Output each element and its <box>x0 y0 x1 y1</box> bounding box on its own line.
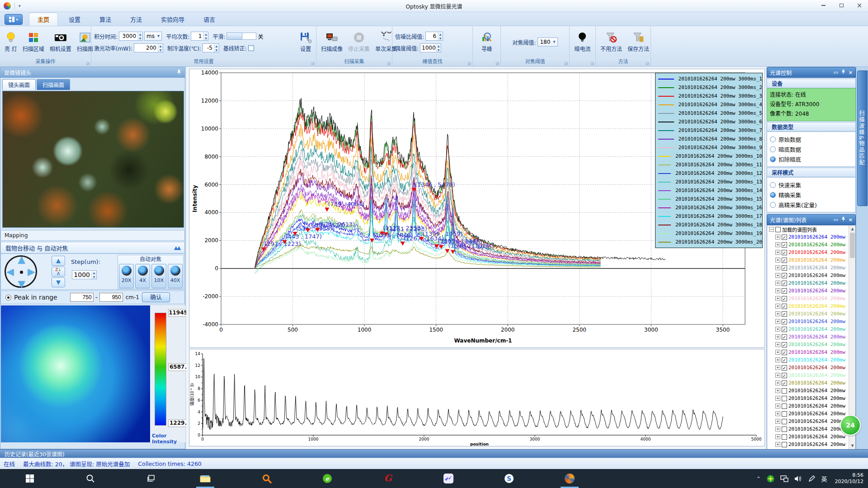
maximize-button[interactable] <box>835 1 847 9</box>
tree-expand-icon[interactable]: + <box>775 258 780 263</box>
tree-item[interactable]: +2010101626264 200mw 3000ms_23 <box>767 402 855 410</box>
tree-expand-icon[interactable]: + <box>775 304 780 309</box>
tree-expand-icon[interactable]: + <box>775 334 780 339</box>
tree-checkbox[interactable] <box>782 427 787 432</box>
scan-area-button[interactable]: 扫描区域 <box>21 31 46 53</box>
tree-checkbox[interactable] <box>782 404 787 409</box>
light-on-button[interactable]: 亮 灯 <box>3 31 19 53</box>
tab-home[interactable]: 主页 <box>29 13 58 26</box>
baseline-checkbox[interactable] <box>248 45 254 51</box>
tree-root[interactable]: −加载的谱图列表 <box>767 225 855 233</box>
radio-icon[interactable] <box>770 182 776 188</box>
tree-expand-icon[interactable]: + <box>775 327 780 332</box>
taskbar-clock[interactable]: 8:56 2020/10/12 <box>835 472 863 485</box>
peak-from-input[interactable] <box>70 293 94 302</box>
sample-mode-option-1[interactable]: 精确采集 <box>770 190 853 200</box>
tab-lens-view[interactable]: 镜头画面 <box>2 79 36 90</box>
tab-scan-peaks-matching[interactable]: 扫描波峰&物品匹配 <box>857 70 868 206</box>
collapse-chevron-icon[interactable]: ▲▲ <box>174 245 180 251</box>
camera-settings-button[interactable]: 相机设置 <box>48 31 73 53</box>
tab-scan-view[interactable]: 扫描画面 <box>37 79 70 90</box>
tree-expand-icon[interactable]: + <box>775 273 780 278</box>
radio-icon[interactable] <box>770 136 776 142</box>
intensity-threshold-input[interactable]: 1000▲▼ <box>420 43 441 52</box>
tree-checkbox[interactable]: ✓ <box>782 250 787 255</box>
sogou-g-icon[interactable]: G <box>377 469 399 488</box>
input-language-indicator[interactable]: 英 <box>821 474 827 483</box>
step-input[interactable]: 1000▲▼ <box>72 270 97 279</box>
start-button[interactable] <box>19 469 41 488</box>
tree-item[interactable]: +✓2010101626264 200mw 3000ms_11 <box>767 310 855 318</box>
tree-expand-icon[interactable]: + <box>775 380 780 385</box>
integration-time-input[interactable]: 3000▲▼ <box>119 32 143 41</box>
tree-checkbox[interactable]: ✓ <box>782 380 787 386</box>
tree-item[interactable]: +2010101626264 200mw 3000ms_27 <box>767 433 855 441</box>
tree-checkbox[interactable]: ✓ <box>782 365 787 371</box>
spectra-chart[interactable]: -4000-2000020004000600080001000012000140… <box>189 69 765 348</box>
tree-checkbox[interactable] <box>782 434 787 440</box>
file-explorer-icon[interactable] <box>194 469 216 488</box>
tree-item[interactable]: +✓2010101626264 200mw 3000ms_3 <box>767 249 855 256</box>
taskbar-search-icon[interactable] <box>80 469 101 488</box>
cooling-temp-input[interactable]: -5▲▼ <box>203 43 219 52</box>
objective-40x-button[interactable]: 40X <box>168 264 183 288</box>
tab-wizard[interactable]: 实验向导 <box>153 13 193 26</box>
sample-mode-option-2[interactable]: 高精采集(定量) <box>770 200 853 210</box>
tree-checkbox[interactable]: ✓ <box>782 235 787 240</box>
tree-expand-icon[interactable]: + <box>775 365 780 370</box>
data-type-option-0[interactable]: 原始数据 <box>770 134 853 144</box>
tree-checkbox[interactable]: ✓ <box>782 327 787 332</box>
tab-method[interactable]: 方法 <box>122 13 150 26</box>
laser-power-input[interactable]: 200▲▼ <box>134 43 163 52</box>
green-browser-icon[interactable]: e <box>316 469 338 488</box>
tree-checkbox[interactable] <box>782 411 787 417</box>
data-type-option-2[interactable]: 扣除暗底 <box>770 154 853 164</box>
pin-icon[interactable] <box>841 69 845 75</box>
focus-threshold-select[interactable]: 180▼ <box>538 38 557 47</box>
tree-item[interactable]: +2010101626264 200mw 3000ms_22 <box>767 394 855 402</box>
notification-badge[interactable]: 24 <box>840 415 861 436</box>
objective-10x-button[interactable]: 10X <box>151 264 166 288</box>
radio-icon[interactable] <box>770 146 776 152</box>
tree-expand-icon[interactable]: + <box>775 404 780 408</box>
tree-checkbox[interactable]: ✓ <box>782 273 787 278</box>
tree-expand-icon[interactable]: + <box>775 235 780 239</box>
tree-expand-icon[interactable]: + <box>775 288 780 293</box>
tree-checkbox[interactable]: ✓ <box>782 350 787 355</box>
task-view-icon[interactable] <box>140 469 162 488</box>
minimize-button[interactable] <box>817 1 829 9</box>
pin-icon[interactable] <box>177 69 181 76</box>
tree-item[interactable]: +2010101626264 200mw 3000ms_21 <box>767 387 855 394</box>
tree-checkbox[interactable]: ✓ <box>782 296 787 301</box>
tree-expand-icon[interactable]: + <box>775 373 780 378</box>
close-button[interactable]: × <box>854 1 865 9</box>
tree-checkbox[interactable]: ✓ <box>782 288 787 294</box>
tree-item[interactable]: +✓2010101626264 200mw 3000ms_12 <box>767 318 855 325</box>
tree-expand-icon[interactable]: + <box>775 311 780 316</box>
tree-item[interactable]: +✓2010101626264 200mw 3000ms_8 <box>767 287 855 295</box>
settings-button[interactable]: 设置 <box>298 31 313 53</box>
stage-left-icon[interactable]: ◀ <box>7 268 14 275</box>
antivirus-tray-icon[interactable] <box>767 475 774 483</box>
tree-item[interactable]: +✓2010101626264 200mw 3000ms_19 <box>767 371 855 379</box>
z-auto-button[interactable]: Z↓A <box>52 267 65 277</box>
tree-item[interactable]: +2010101626264 200mw 3000ms_28 <box>767 441 855 448</box>
confirm-button[interactable]: 确认 <box>142 292 170 302</box>
position-chart[interactable]: 02468101214010002000300040005000position… <box>189 349 765 446</box>
save-method-button[interactable]: 保存方法 <box>626 31 651 53</box>
stage-up-icon[interactable]: ▲ <box>18 256 25 263</box>
tree-item[interactable]: +✓2010101626264 200mw 3000ms_20 <box>767 379 855 387</box>
tree-item[interactable]: +✓2010101626264 200mw 3000ms_10 <box>767 302 855 310</box>
tree-expand-icon[interactable]: + <box>775 250 780 255</box>
smooth-slider[interactable] <box>226 33 256 40</box>
tree-item[interactable]: +✓2010101626264 200mw 3000ms_18 <box>767 364 855 371</box>
tree-expand-icon[interactable]: + <box>775 242 780 247</box>
snr-threshold-input[interactable]: 6▲▼ <box>425 32 443 41</box>
minimize-panel-icon[interactable]: ▭ <box>833 70 838 75</box>
tree-collapse-icon[interactable]: − <box>769 227 774 232</box>
tree-checkbox[interactable] <box>782 388 787 394</box>
tree-checkbox[interactable] <box>782 442 787 447</box>
tree-checkbox[interactable]: ✓ <box>782 304 787 309</box>
tree-item[interactable]: +✓2010101626264 200mw 3000ms_17 <box>767 356 855 364</box>
hidden-icons-chevron[interactable]: ⌃ <box>756 476 760 482</box>
